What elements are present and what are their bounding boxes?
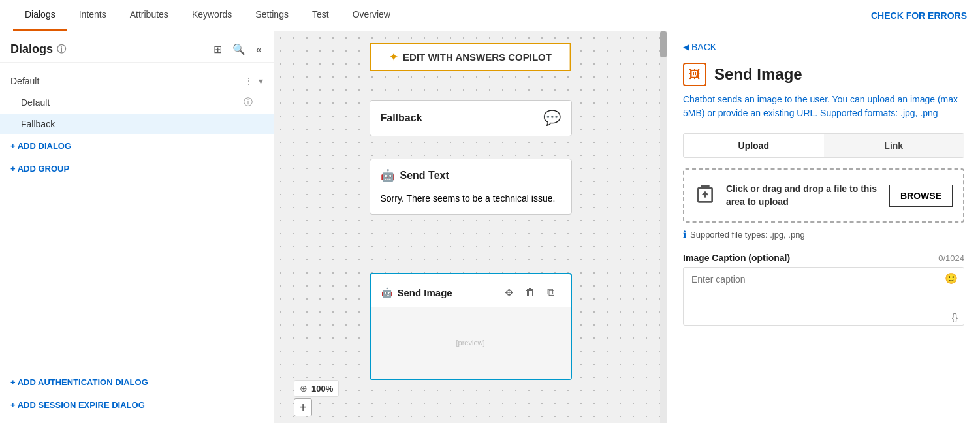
tab-row: Upload Link xyxy=(683,133,964,158)
right-panel: ◀ BACK 🖼 Send Image Chatbot sends an ima… xyxy=(667,31,980,423)
upload-icon xyxy=(695,183,716,208)
tab-keywords[interactable]: Keywords xyxy=(180,0,244,31)
image-icon: 🖼 xyxy=(689,68,701,82)
panel-icon: 🖼 xyxy=(683,63,706,86)
sidebar-title-icons: ⊞ 🔍 « xyxy=(212,42,263,57)
check-errors-button[interactable]: CHECK FOR ERRORS xyxy=(871,10,967,21)
tab-settings[interactable]: Settings xyxy=(244,0,300,31)
dialog-item-default-name: Default xyxy=(21,97,50,108)
group-actions: ⋮ ▾ xyxy=(244,76,263,86)
send-image-canvas-card: 🤖 Send Image ✥ 🗑 ⧉ [preview] xyxy=(370,273,572,380)
send-image-canvas-title: Send Image xyxy=(398,287,452,298)
add-auth-dialog-link[interactable]: + ADD AUTHENTICATION DIALOG xyxy=(0,371,274,394)
zoom-bar: ⊕ 100% xyxy=(294,380,339,397)
dialog-item-default[interactable]: Default ⓘ xyxy=(0,91,274,114)
info-icon: ⓘ xyxy=(57,44,66,55)
tab-intents[interactable]: Intents xyxy=(67,0,118,31)
caption-label-row: Image Caption (optional) 0/1024 xyxy=(683,253,964,263)
top-nav: Dialogs Intents Attributes Keywords Sett… xyxy=(0,0,980,31)
tab-overview[interactable]: Overview xyxy=(341,0,402,31)
emoji-icon[interactable]: 🙂 xyxy=(945,272,958,285)
dialog-item-fallback[interactable]: Fallback xyxy=(0,114,274,134)
copilot-button-label: EDIT WITH ANSWERS COPILOT xyxy=(403,52,552,63)
canvas-scrollbar[interactable] xyxy=(660,31,667,423)
zoom-icon[interactable]: ⊕ xyxy=(300,383,308,394)
zoom-value: 100% xyxy=(311,384,333,394)
sidebar: Dialogs ⓘ ⊞ 🔍 « Default ⋮ ▾ Default ⓘ xyxy=(0,31,274,423)
mini-screenshot: [preview] xyxy=(371,307,571,379)
group-default[interactable]: Default ⋮ ▾ xyxy=(0,70,274,91)
sidebar-header: Dialogs ⓘ ⊞ 🔍 « xyxy=(0,31,274,63)
caption-count: 0/1024 xyxy=(938,253,964,263)
delete-icon[interactable]: 🗑 xyxy=(521,283,539,302)
add-group-link[interactable]: + ADD GROUP xyxy=(0,157,274,180)
add-session-dialog-link[interactable]: + ADD SESSION EXPIRE DIALOG xyxy=(0,394,274,416)
dialog-item-fallback-name: Fallback xyxy=(21,119,55,129)
canvas-card-actions: ✥ 🗑 ⧉ xyxy=(500,283,560,302)
fallback-card-title: Fallback xyxy=(381,112,422,124)
send-text-body-text: Sorry. There seems to be a technical iss… xyxy=(381,193,556,204)
upload-area[interactable]: Click or drag and drop a file to this ar… xyxy=(683,168,964,223)
sidebar-title-text: Dialogs xyxy=(10,42,53,56)
sidebar-footer: + ADD AUTHENTICATION DIALOG + ADD SESSIO… xyxy=(0,364,274,423)
add-dialog-link[interactable]: + ADD DIALOG xyxy=(0,134,274,157)
collapse-icon[interactable]: « xyxy=(255,42,263,57)
send-text-card-title: Send Text xyxy=(400,170,449,181)
panel-description: Chatbot sends an image to the user. You … xyxy=(683,93,964,120)
tab-attributes[interactable]: Attributes xyxy=(118,0,180,31)
link-tab[interactable]: Link xyxy=(824,134,964,157)
sidebar-content: Default ⋮ ▾ Default ⓘ Fallback + ADD DIA… xyxy=(0,63,274,364)
nav-tabs: Dialogs Intents Attributes Keywords Sett… xyxy=(13,0,402,31)
send-text-card: 🤖 Send Text Sorry. There seems to be a t… xyxy=(370,159,572,215)
back-label: BACK xyxy=(691,42,716,52)
chevron-down-icon[interactable]: ▾ xyxy=(259,76,263,86)
panel-title-row: 🖼 Send Image xyxy=(683,63,964,86)
upload-text: Click or drag and drop a file to this ar… xyxy=(726,183,879,208)
more-icon[interactable]: ⋮ xyxy=(244,76,253,86)
caption-label: Image Caption (optional) xyxy=(683,253,790,263)
search-icon[interactable]: 🔍 xyxy=(231,42,247,57)
main-layout: Dialogs ⓘ ⊞ 🔍 « Default ⋮ ▾ Default ⓘ xyxy=(0,31,980,423)
file-types-text: Supported file types: .jpg, .png xyxy=(690,230,805,240)
file-types-info: ℹ Supported file types: .jpg, .png xyxy=(683,229,964,240)
add-canvas-button[interactable]: + xyxy=(294,398,312,416)
upload-tab[interactable]: Upload xyxy=(684,134,824,157)
sidebar-title: Dialogs ⓘ xyxy=(10,42,66,56)
copy-icon[interactable]: ⧉ xyxy=(542,283,560,302)
back-link[interactable]: ◀ BACK xyxy=(683,42,964,52)
chat-icon: 💬 xyxy=(543,110,561,127)
tab-test[interactable]: Test xyxy=(300,0,341,31)
dialog-item-info-icon: ⓘ xyxy=(244,97,253,108)
back-arrow-icon: ◀ xyxy=(683,42,689,52)
grid-icon[interactable]: ⊞ xyxy=(212,42,223,57)
panel-title: Send Image xyxy=(714,65,802,84)
star-icon: ✦ xyxy=(389,51,398,63)
bot-icon: 🤖 xyxy=(381,168,395,183)
browse-button[interactable]: BROWSE xyxy=(889,185,953,207)
tab-dialogs[interactable]: Dialogs xyxy=(13,0,67,31)
canvas-area: ✦ EDIT WITH ANSWERS COPILOT Fallback 💬 🤖… xyxy=(274,31,667,423)
move-icon[interactable]: ✥ xyxy=(500,283,518,302)
bot-icon-2: 🤖 xyxy=(381,287,392,298)
caption-textarea[interactable] xyxy=(683,267,964,326)
caption-textarea-wrap: 🙂 {} xyxy=(683,267,964,328)
fallback-card: Fallback 💬 xyxy=(370,100,572,136)
code-icon[interactable]: {} xyxy=(952,312,958,322)
info-icon: ℹ xyxy=(683,229,686,240)
copilot-button[interactable]: ✦ EDIT WITH ANSWERS COPILOT xyxy=(370,43,571,71)
group-default-name: Default xyxy=(10,76,39,86)
